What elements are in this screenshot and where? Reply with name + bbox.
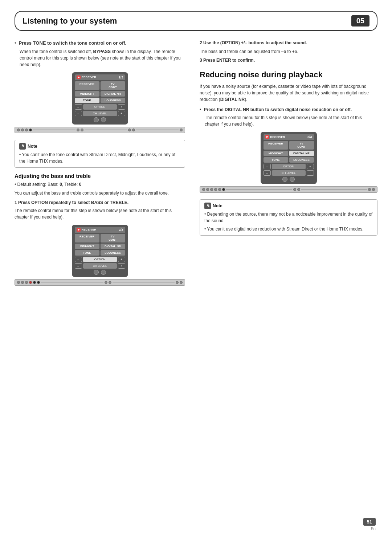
remote-control-1: ▶ RECEIVER 2/3 RECEIVER TVCONT MIDNIGHT … — [15, 72, 185, 135]
strip2-c4 — [29, 281, 32, 284]
strip-c6 — [81, 129, 83, 131]
note-icon-1: ✎ — [19, 143, 26, 150]
remote-icons-3 — [264, 177, 314, 182]
strip3-line1 — [226, 189, 292, 190]
remote-option-row-3: – OPTION + — [264, 164, 314, 169]
remote-control-3: ▶ RECEIVER 2/3 RECEIVER TVCONT MIDNIGHT … — [200, 132, 377, 195]
adjusting-heading: Adjusting the bass and treble — [15, 173, 185, 179]
strip3-line2 — [301, 189, 367, 190]
bullet1-bold: Press TONE to switch the tone control on… — [19, 40, 127, 46]
step1-body: The remote control menu for this step is… — [15, 207, 185, 220]
strip3-c4 — [214, 188, 217, 191]
remote-row-tone-3: TONE LOUDNESS — [264, 157, 314, 163]
page-lang: En — [371, 526, 376, 531]
remote-btn-minus-ch-2: – — [75, 263, 82, 269]
remote-btn-chlevel-3: CH LEVEL — [272, 170, 306, 176]
remote-row-receiver-3: RECEIVER TVCONT — [264, 141, 314, 150]
strip-c4 — [29, 129, 32, 131]
remote-btn-minus-3: – — [264, 164, 271, 169]
remote-body-1: ▶ RECEIVER 2/3 RECEIVER TVCONT MIDNIGHT … — [72, 72, 128, 125]
remote-header-2: ▶ RECEIVER 2/3 — [75, 227, 125, 233]
remote-option-row-1: – OPTION + — [75, 104, 125, 110]
remote-btn-loudness-2: LOUDNESS — [101, 250, 125, 256]
strip-c1 — [17, 129, 20, 131]
remote-icon-home-2 — [94, 270, 99, 275]
remote-btn-minus-1: – — [75, 104, 82, 110]
note-label-1: Note — [28, 144, 37, 149]
remote-row-midnight-1: MIDNIGHT DIGITAL NR — [75, 91, 125, 97]
remote-btn-plus-3: + — [307, 164, 314, 169]
receiver-strip-2 — [15, 279, 185, 286]
strip3-c5 — [218, 188, 221, 191]
remote-btn-midnight-2: MIDNIGHT — [75, 244, 99, 249]
strip2-c5 — [33, 281, 36, 284]
page-title: Listening to your system — [23, 16, 117, 26]
bullet-digitalnr: • Press the DIGITAL NR button to switch … — [200, 106, 377, 127]
note-box-2: ✎ Note • Depending on the source, there … — [200, 199, 377, 236]
note-header-1: ✎ Note — [19, 143, 180, 150]
remote-btn-tone-1: TONE — [75, 98, 99, 103]
remote-icon-home-3 — [282, 177, 287, 182]
reducing-intro: If you have a noisy source (for example,… — [200, 83, 377, 103]
remote-row-receiver-2: RECEIVER TVCONT — [75, 234, 125, 242]
remote-page-1: 2/3 — [119, 76, 123, 79]
remote-chlevel-row-1: – CH LEVEL + — [75, 111, 125, 116]
strip2-c8 — [109, 281, 111, 284]
remote-icons-1 — [75, 117, 125, 122]
remote-btn-receiver-2: RECEIVER — [75, 234, 99, 242]
remote-btn-chlevel-2: CH LEVEL — [83, 263, 117, 269]
strip2-line2 — [113, 282, 175, 282]
strip3-c6 — [222, 188, 225, 191]
strip3-c8 — [297, 188, 300, 191]
step3-bold: 3 Press ENTER to confirm. — [200, 57, 377, 64]
reducing-heading: Reducing noise during playback — [200, 70, 377, 80]
remote-logo-1: ▶ RECEIVER — [77, 76, 97, 79]
strip-c2 — [21, 129, 24, 131]
strip2-line1 — [41, 282, 103, 282]
left-column: • Press TONE to switch the tone control … — [15, 38, 196, 292]
strip3-c3 — [210, 188, 213, 191]
remote-control-2: ▶ RECEIVER 2/3 RECEIVER TVCONT MIDNIGHT … — [15, 225, 185, 288]
remote-chlevel-row-2: – CH LEVEL + — [75, 263, 125, 269]
remote-page-3: 2/3 — [307, 135, 312, 139]
remote-body-3: ▶ RECEIVER 2/3 RECEIVER TVCONT MIDNIGHT … — [261, 132, 317, 184]
remote-row-midnight-2: MIDNIGHT DIGITAL NR — [75, 244, 125, 249]
page-header: Listening to your system 05 — [15, 11, 377, 31]
page-footer: 51 En — [363, 518, 376, 531]
right-column: 2 Use the (OPTION) +/– buttons to adjust… — [196, 38, 377, 292]
note-text-2b: • You can't use digital noise reduction … — [204, 226, 373, 232]
remote-btn-plus-ch-1: + — [118, 111, 125, 116]
remote-header-3: ▶ RECEIVER 2/3 — [264, 134, 314, 140]
receiver-strip-3 — [200, 186, 377, 193]
remote-btn-minus-ch-1: – — [75, 111, 82, 116]
step2-bold: 2 Use the (OPTION) +/– buttons to adjust… — [200, 40, 377, 46]
note-icon-2: ✎ — [204, 203, 211, 209]
strip2-c7 — [105, 281, 107, 284]
remote-btn-digitalnr-2: DIGITAL NR — [101, 244, 125, 249]
remote-btn-tone-2: TONE — [75, 250, 99, 256]
remote-label-1: RECEIVER — [82, 76, 97, 79]
strip-c3 — [25, 129, 28, 131]
remote-icon-home-1 — [94, 117, 99, 122]
remote-btn-tvcont-3: TVCONT — [289, 141, 314, 150]
remote-btn-tvcont-1: TVCONT — [101, 81, 125, 90]
remote-icon-return-2 — [101, 270, 106, 275]
strip-c8 — [132, 129, 135, 131]
remote-btn-option-3: OPTION — [272, 164, 306, 169]
step1-bold: 1 Press OPTION repeatedly to select BASS… — [15, 199, 185, 206]
strip2-c1 — [17, 281, 20, 284]
bullet2-body: The remote control menu for this step is… — [205, 114, 377, 127]
strip3-c9 — [368, 188, 371, 191]
strip-line1 — [33, 130, 75, 130]
strip3-c2 — [206, 188, 209, 191]
remote-logo-2: ▶ RECEIVER — [77, 228, 97, 232]
remote-option-row-2: – OPTION + — [75, 257, 125, 262]
remote-row-tone-1: TONE LOUDNESS — [75, 98, 125, 103]
adjusting-default: • Default setting: Bass: 0, Treble: 0 — [15, 181, 185, 188]
strip-line3 — [136, 130, 179, 130]
strip-c9 — [180, 129, 183, 131]
chapter-number: 05 — [351, 15, 369, 27]
bullet2-bold: Press the DIGITAL NR button to switch di… — [204, 107, 352, 112]
adjusting-body1: You can adjust the bass and treble contr… — [15, 190, 185, 196]
remote-btn-midnight-3: MIDNIGHT — [264, 151, 288, 156]
